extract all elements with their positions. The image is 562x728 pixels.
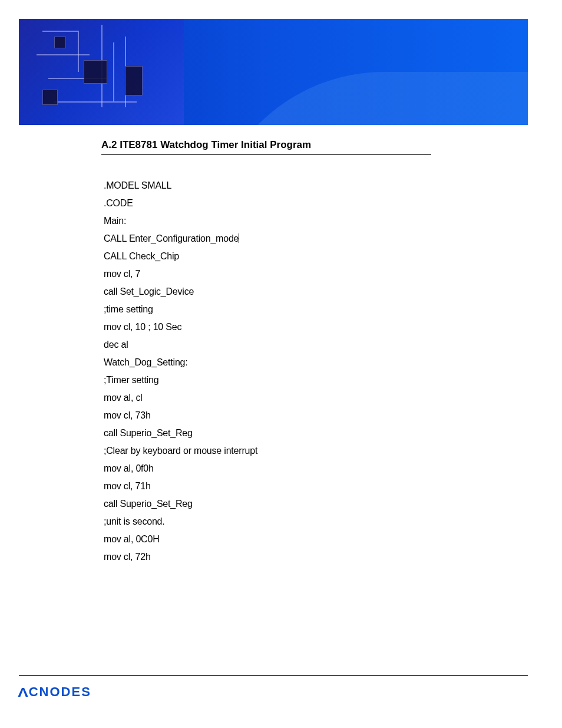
- code-line: ;unit is second.: [104, 513, 257, 531]
- logo-text: CNODES: [29, 684, 91, 699]
- code-line: Watch_Dog_Setting:: [104, 354, 257, 371]
- code-line: mov cl, 7: [104, 265, 257, 283]
- logo-caret-icon: Λ: [18, 685, 29, 700]
- code-line: mov al, 0C0H: [104, 531, 257, 548]
- header-banner: [19, 19, 528, 125]
- code-line: mov al, 0f0h: [104, 460, 257, 477]
- code-line: call Superio_Set_Reg: [104, 424, 257, 442]
- code-listing: .MODEL SMALL.CODEMain:CALL Enter_Configu…: [104, 177, 257, 566]
- code-line: ;Timer setting: [104, 371, 257, 389]
- footer-logo: ΛCNODES: [19, 684, 91, 700]
- code-line: ;Clear by keyboard or mouse interrupt: [104, 442, 257, 460]
- code-line: CALL Enter_Configuration_mode: [104, 230, 257, 248]
- footer-rule: [19, 675, 528, 676]
- code-line: mov al, cl: [104, 389, 257, 407]
- banner-pcb-art: [19, 19, 184, 125]
- code-line: mov cl, 73h: [104, 407, 257, 424]
- code-line: mov cl, 72h: [104, 548, 257, 566]
- code-line: .CODE: [104, 195, 257, 212]
- code-line: CALL Check_Chip: [104, 248, 257, 265]
- code-line: call Superio_Set_Reg: [104, 495, 257, 513]
- code-line: .MODEL SMALL: [104, 177, 257, 195]
- code-line: call Set_Logic_Device: [104, 283, 257, 301]
- code-line: mov cl, 10 ; 10 Sec: [104, 318, 257, 336]
- code-line: ;time setting: [104, 301, 257, 318]
- code-line: Main:: [104, 212, 257, 230]
- text-cursor: [239, 233, 239, 243]
- banner-curve: [207, 72, 528, 125]
- code-line: mov cl, 71h: [104, 477, 257, 495]
- code-line: dec al: [104, 336, 257, 354]
- section-heading: A.2 ITE8781 Watchdog Timer Initial Progr…: [101, 139, 431, 155]
